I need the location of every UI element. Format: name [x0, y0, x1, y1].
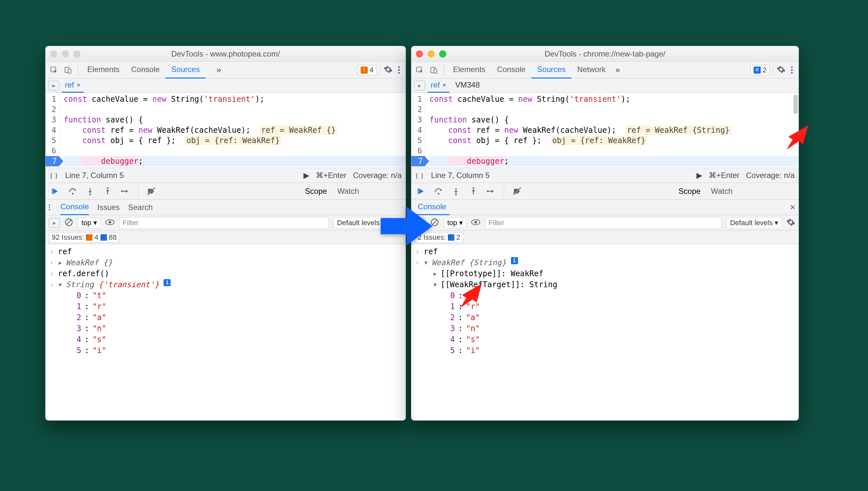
pretty-print-icon[interactable]: { } — [50, 171, 58, 180]
clear-console-icon[interactable] — [64, 218, 73, 228]
code-editor[interactable]: 123456 7 const cacheValue = new String('… — [411, 93, 799, 168]
snippet-run-icon[interactable]: ▸ — [48, 81, 59, 90]
scrollbar[interactable] — [793, 95, 798, 114]
deactivate-breakpoints-icon[interactable] — [145, 185, 158, 198]
issues-badge[interactable]: ! 4 — [357, 65, 377, 75]
coverage-label: Coverage: n/a — [353, 171, 402, 180]
file-tab-label: VM348 — [455, 81, 480, 89]
issues-badge[interactable]: ≡ 2 — [750, 65, 770, 75]
device-toggle-icon[interactable] — [62, 64, 75, 77]
titlebar: DevTools - www.photopea.com/ — [46, 46, 405, 62]
console-settings-icon[interactable] — [786, 218, 795, 228]
settings-gear-icon[interactable] — [384, 65, 393, 75]
more-tabs-chevron[interactable]: » — [214, 65, 224, 75]
close-icon[interactable]: × — [442, 81, 446, 89]
run-icon[interactable]: ▶ — [303, 171, 309, 180]
drawer-close-icon[interactable]: × — [790, 202, 795, 212]
tab-watch[interactable]: Watch — [337, 187, 359, 196]
inspect-icon[interactable] — [413, 64, 426, 77]
drawer-console[interactable]: Console — [60, 200, 89, 215]
inline-hint: obj = {ref: WeakRef} — [185, 136, 281, 145]
svg-rect-3 — [52, 188, 53, 194]
inspect-icon[interactable] — [48, 64, 60, 77]
pretty-print-icon[interactable]: { } — [415, 171, 424, 180]
log-levels-selector[interactable]: Default levels▾ — [726, 217, 782, 229]
step-over-icon[interactable] — [66, 185, 79, 198]
step-out-icon[interactable] — [101, 185, 114, 198]
run-icon[interactable]: ▶ — [696, 171, 702, 180]
info-count: 2 — [763, 66, 766, 74]
info-icon: ≡ — [448, 234, 454, 241]
resume-icon[interactable] — [415, 185, 427, 198]
step-into-icon[interactable] — [449, 185, 463, 198]
live-expression-icon[interactable] — [471, 219, 480, 227]
tab-console[interactable]: Console — [491, 62, 531, 79]
debugger-toolbar: Scope Watch — [411, 183, 799, 200]
more-tabs-chevron[interactable]: » — [613, 65, 622, 75]
console-output[interactable]: ›ref ‹▸WeakRef {} ›ref.deref() ‹▾String … — [46, 244, 405, 420]
context-selector[interactable]: top▾ — [78, 218, 101, 228]
step-icon[interactable] — [119, 185, 132, 198]
debugger-toolbar: Scope Watch — [46, 183, 405, 200]
file-tab-vm[interactable]: VM348 — [452, 79, 483, 93]
svg-point-4 — [72, 193, 74, 195]
object-property: 4: "s" — [415, 334, 795, 345]
step-out-icon[interactable] — [467, 185, 480, 198]
editor-statusbar: { } Line 7, Column 5 ▶ ⌘+Enter Coverage:… — [46, 168, 405, 183]
file-tab-ref[interactable]: ref × — [62, 79, 84, 93]
tab-network[interactable]: Network — [571, 62, 611, 79]
object-property: 5: "i" — [49, 345, 402, 356]
step-into-icon[interactable] — [84, 185, 96, 198]
code-editor[interactable]: 123456 7 const cacheValue = new String('… — [46, 93, 405, 168]
tab-sources[interactable]: Sources — [165, 62, 205, 79]
tab-console[interactable]: Console — [125, 62, 165, 79]
snippet-run-icon[interactable]: ▸ — [414, 81, 425, 90]
resume-icon[interactable] — [49, 185, 62, 198]
devtools-window-right: DevTools - chrome://new-tab-page/ Elemen… — [411, 46, 799, 421]
live-expression-icon[interactable] — [105, 219, 115, 227]
file-tabs: ▸ ref × VM348 — [411, 79, 799, 93]
svg-point-21 — [487, 190, 488, 192]
drawer-issues[interactable]: Issues — [97, 203, 119, 212]
svg-point-18 — [438, 193, 440, 195]
step-icon[interactable] — [484, 185, 497, 198]
console-sidebar-toggle-icon[interactable]: ▸ — [49, 218, 60, 228]
tab-scope[interactable]: Scope — [679, 187, 701, 196]
console-result[interactable]: WeakRef {String} — [431, 257, 506, 268]
device-toggle-icon[interactable] — [427, 64, 441, 77]
object-property: 2: "a" — [49, 312, 402, 323]
console-output[interactable]: ›ref ‹▾WeakRef {String} i ▸[[Prototype]]… — [411, 244, 799, 420]
file-tab-ref[interactable]: ref × — [427, 79, 449, 93]
code-content: const cacheValue = new String('transient… — [425, 93, 799, 168]
info-icon[interactable]: i — [164, 279, 171, 286]
tab-elements[interactable]: Elements — [81, 62, 125, 79]
info-icon: ≡ — [101, 234, 107, 241]
console-result[interactable]: WeakRef {} — [65, 257, 112, 268]
drawer-search[interactable]: Search — [128, 203, 152, 212]
kebab-menu-icon[interactable] — [787, 66, 796, 74]
file-tab-label: ref — [431, 81, 440, 89]
filter-input[interactable]: Filter — [119, 217, 329, 229]
issues-summary[interactable]: 92 Issues: ! 4 ≡ 88 — [49, 232, 119, 242]
drawer-menu-icon[interactable] — [49, 204, 50, 210]
object-property: 3: "n" — [415, 323, 795, 334]
context-selector[interactable]: top▾ — [444, 218, 466, 228]
step-over-icon[interactable] — [432, 185, 445, 198]
filter-input[interactable]: Filter — [485, 217, 722, 229]
tab-sources[interactable]: Sources — [531, 62, 571, 79]
deactivate-breakpoints-icon[interactable] — [511, 185, 524, 198]
main-tabstrip: Elements Console Sources » ! 4 — [46, 62, 405, 79]
tab-scope[interactable]: Scope — [305, 187, 327, 196]
blue-arrow-annotation — [381, 207, 432, 246]
object-property: 2: "a" — [415, 312, 795, 323]
kebab-menu-icon[interactable] — [394, 66, 403, 74]
console-toolbar: ▸ top▾ Filter Default levels▾ — [411, 215, 799, 231]
inline-hint: ref = WeakRef {} — [260, 126, 337, 135]
close-icon[interactable]: × — [77, 81, 81, 89]
tab-watch[interactable]: Watch — [711, 187, 733, 196]
console-toolbar: ▸ top▾ Filter Default levels▾ — [46, 215, 405, 231]
info-icon[interactable]: i — [511, 257, 518, 264]
svg-line-25 — [432, 220, 437, 225]
tab-elements[interactable]: Elements — [447, 62, 491, 79]
settings-gear-icon[interactable] — [777, 65, 786, 75]
